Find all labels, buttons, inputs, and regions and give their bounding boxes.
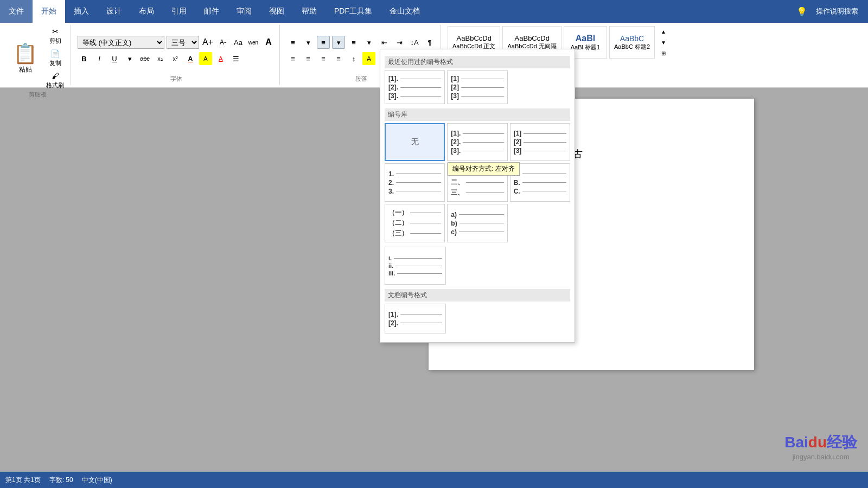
font-section: 等线 (中文正文) 三号 A+ A- Aa wen A B I U ▾ abc …: [73, 25, 280, 85]
library-abc[interactable]: a) b) c): [447, 204, 507, 242]
numbering-dropdown: 最近使用过的编号格式 [1]. [2]. [3]. [1] [2] [3]: [380, 49, 575, 343]
superscript-button[interactable]: x²: [169, 52, 182, 65]
library-grid: 无 [1]. [2]. [3]. 编号对齐方式: 左对齐 [1] [2]: [385, 123, 570, 242]
decrease-indent-button[interactable]: ⇤: [378, 36, 391, 49]
styles-down[interactable]: ▼: [657, 37, 670, 48]
doc-format-item-1[interactable]: [1]. [2].: [385, 304, 446, 333]
subscript-button[interactable]: x₂: [154, 52, 167, 65]
clipboard-label: 剪贴板: [29, 91, 47, 100]
lib-cp-3: （三）: [388, 228, 441, 239]
recently-used-title: 最近使用过的编号格式: [385, 56, 570, 68]
highlight-button[interactable]: A: [199, 52, 212, 65]
lib-abc-3: c): [451, 228, 503, 236]
lib-r-3: iii.: [388, 269, 442, 277]
menu-layout[interactable]: 布局: [130, 0, 163, 23]
menu-file[interactable]: 文件: [0, 0, 33, 23]
styles-expand[interactable]: ⊞: [657, 48, 670, 59]
library-none[interactable]: 无: [385, 123, 445, 161]
font-row-1: 等线 (中文正文) 三号 A+ A- Aa wen A: [78, 36, 275, 49]
font-row-2: B I U ▾ abc x₂ x² A A A ☰: [78, 52, 275, 65]
menu-mail[interactable]: 邮件: [195, 0, 228, 23]
menu-help[interactable]: 帮助: [293, 0, 326, 23]
baidu-url: jingyan.baidu.com: [784, 453, 857, 461]
lib-bd-3: [3].: [451, 146, 503, 155]
bullet-dropdown[interactable]: ▾: [302, 36, 315, 49]
menu-design[interactable]: 设计: [98, 0, 130, 23]
roman-grid: i. ii. iii.: [385, 247, 570, 285]
align-left-button[interactable]: ≡: [286, 52, 299, 65]
numbered-dropdown[interactable]: ▾: [332, 36, 345, 49]
font-color-A[interactable]: A: [184, 52, 197, 65]
increase-indent-button[interactable]: ⇥: [393, 36, 406, 49]
style-no-spacing-preview: AaBbCcDd AaBbCcDd 无间隔: [507, 34, 556, 50]
word-count: 字数: 50: [49, 476, 73, 485]
style-heading2[interactable]: AaBbC AaBbC 标题2: [609, 26, 655, 59]
font-label: 字体: [170, 75, 182, 84]
library-bracket[interactable]: [1] [2] [3]: [510, 123, 570, 161]
para-row-1: ≡ ▾ ≡ ▾ ≡ ▾ ⇤ ⇥ ↕A ¶: [286, 36, 436, 49]
menu-jinshan[interactable]: 金山文档: [381, 0, 429, 23]
doc-format-title: 文档编号格式: [385, 289, 570, 301]
paste-button[interactable]: 📋 粘贴: [9, 41, 42, 75]
library-title: 编号库: [385, 108, 570, 121]
library-chinese-paren[interactable]: （一） （二） （三）: [385, 204, 445, 242]
multilevel-list-button[interactable]: ≡: [347, 36, 360, 49]
bold-button[interactable]: B: [78, 52, 91, 65]
show-marks-button[interactable]: ¶: [423, 36, 436, 49]
lib-c-3: 三、: [451, 188, 503, 198]
clipboard-content: 📋 粘贴 ✂ 剪切 📄 复制 🖌 格式刷: [9, 26, 66, 91]
underline-button[interactable]: U: [108, 52, 121, 65]
tooltip-left-align: 编号对齐方式: 左对齐: [448, 162, 520, 176]
menu-reference[interactable]: 引用: [163, 0, 195, 23]
library-bracket-dot[interactable]: [1]. [2]. [3]. 编号对齐方式: 左对齐: [447, 123, 507, 161]
recent-item-1[interactable]: [1]. [2]. [3].: [385, 70, 445, 104]
cut-button[interactable]: ✂ 剪切: [44, 26, 66, 46]
align-center-button[interactable]: ≡: [302, 52, 315, 65]
menu-pdf[interactable]: PDF工具集: [326, 0, 381, 23]
align-right-button[interactable]: ≡: [317, 52, 330, 65]
language: 中文(中国): [82, 476, 112, 485]
lib-c-2: 二、: [451, 177, 503, 188]
font-name-select[interactable]: 等线 (中文正文): [78, 36, 164, 49]
font-clear-button[interactable]: wen: [247, 36, 260, 49]
font-size-select[interactable]: 三号: [167, 36, 199, 49]
justify-button[interactable]: ≡: [332, 52, 345, 65]
library-number-dot[interactable]: 1. 2. 3.: [385, 163, 445, 202]
doc-fmt-1: [1].: [388, 310, 442, 319]
lib-b-3: [3]: [514, 146, 566, 155]
recent-grid: [1]. [2]. [3]. [1] [2] [3]: [385, 70, 570, 104]
menu-insert[interactable]: 插入: [65, 0, 98, 23]
recent-2-line-3: [3]: [451, 92, 503, 100]
char-shading-button[interactable]: ☰: [229, 52, 242, 65]
font-A-button[interactable]: A: [262, 36, 275, 49]
underline-dropdown[interactable]: ▾: [123, 52, 136, 65]
font-grow-button[interactable]: A+: [201, 36, 214, 49]
lib-n-3: 3.: [388, 187, 441, 196]
recent-1-line-2: [2].: [388, 83, 441, 92]
numbered-list-button[interactable]: ≡: [317, 36, 330, 49]
shading-button[interactable]: A: [362, 52, 375, 65]
copy-button[interactable]: 📄 复制: [44, 48, 66, 68]
search-help-text[interactable]: 操作说明搜索: [816, 7, 858, 16]
bullet-list-button[interactable]: ≡: [286, 36, 299, 49]
font-aa-button[interactable]: Aa: [232, 36, 245, 49]
multilevel-dropdown[interactable]: ▾: [362, 36, 375, 49]
format-painter-button[interactable]: 🖌 格式刷: [44, 70, 66, 91]
menu-help-search: 💡 操作说明搜索: [787, 7, 868, 17]
strikethrough-button[interactable]: abc: [138, 52, 151, 65]
font-shrink-button[interactable]: A-: [216, 36, 229, 49]
font-controls: 等线 (中文正文) 三号 A+ A- Aa wen A B I U ▾ abc …: [78, 26, 275, 75]
italic-button[interactable]: I: [93, 52, 106, 65]
menu-bar: 文件 开始 插入 设计 布局 引用 邮件 审阅 视图 帮助 PDF工具集 金山文…: [0, 0, 868, 23]
font-color-button[interactable]: A: [214, 52, 227, 65]
styles-up[interactable]: ▲: [657, 26, 670, 37]
menu-review[interactable]: 审阅: [228, 0, 260, 23]
recent-item-2[interactable]: [1] [2] [3]: [447, 70, 507, 104]
line-spacing-button[interactable]: ↕: [347, 52, 360, 65]
menu-view[interactable]: 视图: [260, 0, 293, 23]
doc-fmt-2: [2].: [388, 319, 442, 328]
lib-bd-2: [2].: [451, 138, 503, 146]
menu-home[interactable]: 开始: [33, 0, 65, 23]
library-roman[interactable]: i. ii. iii.: [385, 247, 446, 285]
sort-button[interactable]: ↕A: [408, 36, 421, 49]
